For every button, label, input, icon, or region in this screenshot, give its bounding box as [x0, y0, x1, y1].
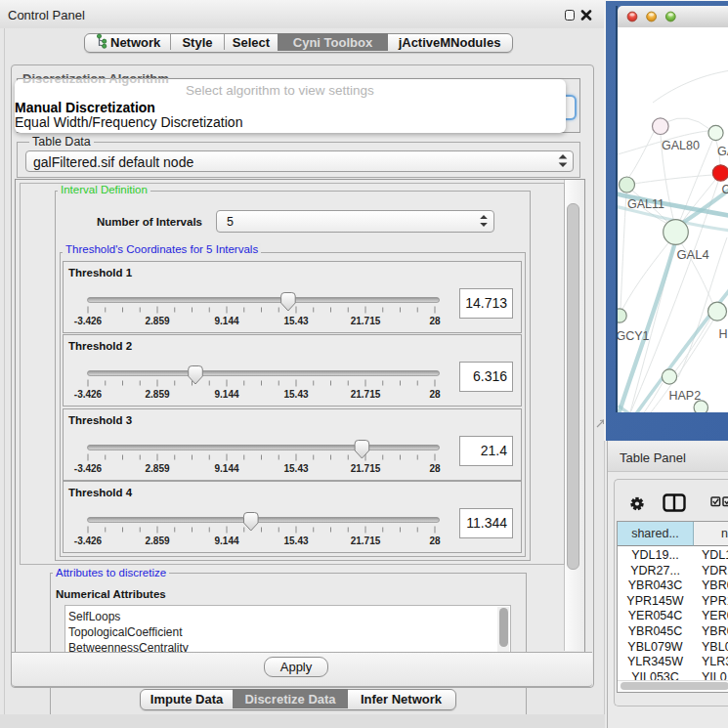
svg-text:28: 28	[429, 535, 441, 546]
svg-text:28: 28	[429, 389, 441, 400]
svg-text:2.859: 2.859	[145, 462, 169, 473]
svg-text:9.144: 9.144	[214, 535, 238, 546]
svg-text:GAL4: GAL4	[676, 247, 708, 262]
svg-text:15.43: 15.43	[283, 389, 308, 400]
svg-text:2.859: 2.859	[145, 316, 169, 326]
svg-text:9.144: 9.144	[214, 389, 238, 400]
svg-text:-3.426: -3.426	[74, 316, 103, 326]
svg-text:21.715: 21.715	[351, 462, 381, 473]
svg-text:CD: CD	[721, 183, 728, 196]
svg-text:HAP2: HAP2	[668, 389, 701, 403]
svg-text:21.715: 21.715	[351, 535, 381, 546]
svg-text:HI: HI	[718, 327, 728, 341]
svg-text:15.43: 15.43	[283, 462, 308, 473]
svg-text:21.715: 21.715	[351, 316, 381, 326]
svg-text:-3.426: -3.426	[74, 389, 103, 400]
svg-text:15.43: 15.43	[283, 316, 308, 326]
svg-text:9.144: 9.144	[214, 316, 238, 326]
svg-text:GCY1: GCY1	[618, 329, 650, 343]
svg-text:15.43: 15.43	[283, 535, 308, 546]
svg-text:GAL80: GAL80	[662, 139, 700, 152]
svg-text:-3.426: -3.426	[74, 462, 103, 473]
svg-text:-3.426: -3.426	[74, 535, 103, 546]
svg-text:2.859: 2.859	[145, 389, 169, 400]
svg-text:28: 28	[429, 316, 441, 326]
svg-text:28: 28	[429, 462, 441, 473]
svg-text:9.144: 9.144	[214, 462, 238, 473]
svg-text:2.859: 2.859	[145, 535, 169, 546]
svg-text:GAL11: GAL11	[627, 197, 664, 211]
svg-text:GA: GA	[717, 145, 728, 158]
svg-text:21.715: 21.715	[351, 389, 381, 400]
